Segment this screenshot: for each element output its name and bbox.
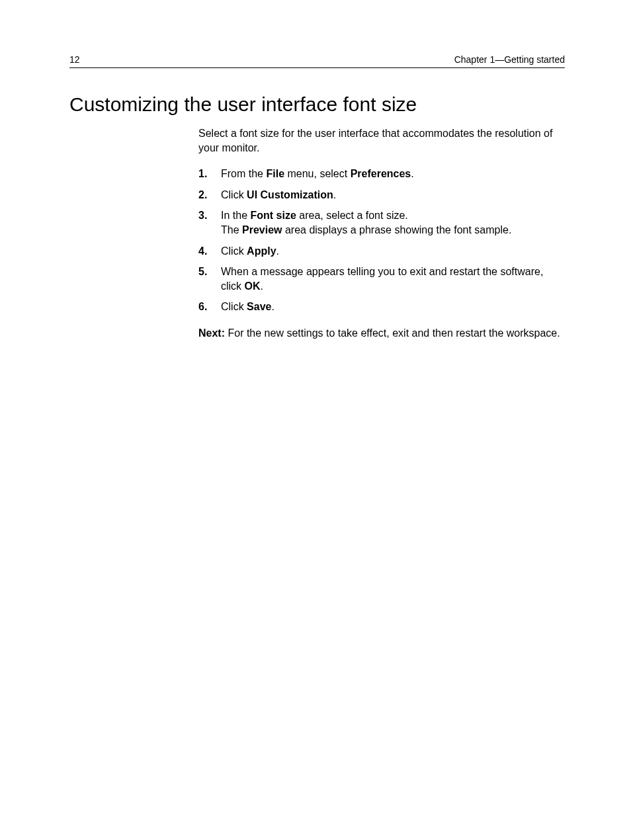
step-bold: Apply: [247, 245, 276, 257]
step-followup: The Preview area displays a phrase showi…: [221, 223, 565, 237]
step-text: In the: [221, 210, 250, 221]
document-page: 12 Chapter 1—Getting started Customizing…: [0, 0, 631, 341]
step-text: Click: [221, 189, 247, 200]
step-text: area displays a phrase showing the font …: [282, 224, 512, 235]
step-text: .: [271, 301, 274, 312]
step-text: area, select a font size.: [296, 210, 408, 221]
step-bold: Font size: [250, 210, 296, 221]
section-title: Customizing the user interface font size: [69, 93, 565, 116]
step-bold: File: [266, 168, 284, 179]
step-text: .: [411, 168, 413, 179]
page-number: 12: [69, 54, 80, 65]
step-item: From the File menu, select Preferences.: [198, 167, 565, 181]
steps-list: From the File menu, select Preferences. …: [198, 167, 565, 314]
step-text: .: [276, 245, 279, 257]
step-bold: Save: [247, 301, 271, 312]
step-text: menu, select: [284, 168, 351, 179]
step-item: Click UI Customization.: [198, 188, 565, 202]
step-text: The: [221, 224, 242, 235]
step-text: From the: [221, 168, 266, 179]
step-text: .: [333, 189, 336, 200]
next-label: Next:: [198, 327, 225, 339]
step-text: Click: [221, 245, 247, 257]
next-text: For the new settings to take effect, exi…: [225, 327, 560, 339]
page-header: 12 Chapter 1—Getting started: [69, 54, 565, 68]
intro-paragraph: Select a font size for the user interfac…: [198, 126, 565, 155]
next-paragraph: Next: For the new settings to take effec…: [198, 326, 565, 341]
step-item: When a message appears telling you to ex…: [198, 265, 565, 293]
step-item: In the Font size area, select a font siz…: [198, 208, 565, 237]
step-text: Click: [221, 301, 247, 312]
step-bold: UI Customization: [247, 189, 333, 200]
step-item: Click Save.: [198, 300, 565, 314]
step-bold: Preferences: [351, 168, 411, 179]
step-item: Click Apply.: [198, 244, 565, 259]
step-bold: Preview: [242, 224, 282, 235]
chapter-label: Chapter 1—Getting started: [454, 54, 565, 65]
step-text: When a message appears telling you to ex…: [221, 266, 543, 292]
content-block: Select a font size for the user interfac…: [198, 126, 565, 341]
step-text: .: [261, 280, 263, 292]
step-bold: OK: [245, 280, 261, 292]
